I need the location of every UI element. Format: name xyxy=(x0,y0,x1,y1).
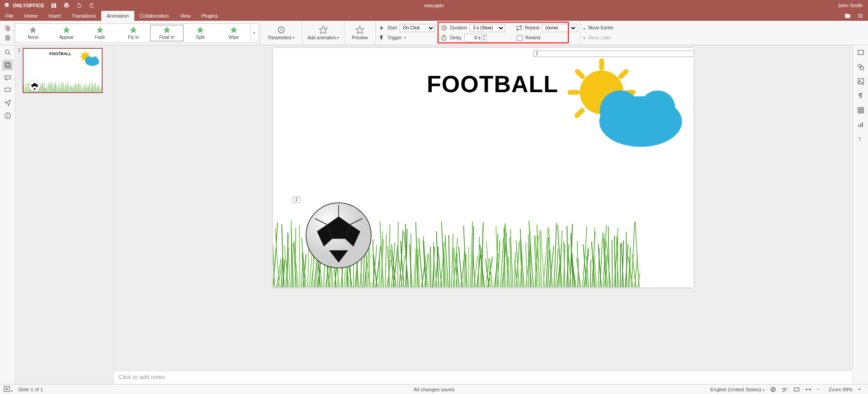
preview-button[interactable]: Preview xyxy=(347,25,373,40)
svg-rect-68 xyxy=(862,122,863,127)
svg-point-49 xyxy=(600,90,641,131)
sun-cloud-graphic[interactable] xyxy=(558,52,684,152)
spellcheck-icon[interactable]: ABC xyxy=(782,386,788,393)
move-earlier-button[interactable]: ▴ Move Earlier xyxy=(583,23,613,33)
ball-graphic[interactable] xyxy=(305,202,373,269)
rewind-row[interactable]: Rewind xyxy=(516,33,577,42)
rewind-checkbox[interactable] xyxy=(517,34,523,42)
play-slideshow-icon[interactable]: ▾ xyxy=(4,386,13,393)
parameters-button[interactable]: Parameters▾ xyxy=(263,25,299,40)
menu-insert[interactable]: Insert xyxy=(43,11,66,21)
notes-area[interactable]: Click to add notes xyxy=(114,371,853,384)
effect-flyin[interactable]: Fly in xyxy=(117,25,150,41)
undo-icon[interactable] xyxy=(76,2,82,9)
paste-icon[interactable] xyxy=(5,35,11,41)
trigger-row[interactable]: Trigger ▾ xyxy=(378,33,435,42)
chart-settings-icon[interactable] xyxy=(857,121,864,130)
svg-rect-67 xyxy=(860,123,861,127)
svg-rect-45 xyxy=(618,68,630,80)
zoom-in-icon[interactable]: + xyxy=(858,386,864,393)
menu-file[interactable]: File xyxy=(0,11,19,21)
redo-icon[interactable] xyxy=(89,2,95,9)
move-later-button[interactable]: ▾ Move Later xyxy=(583,33,613,42)
notes-placeholder: Click to add notes xyxy=(118,374,165,380)
menu-icon[interactable] xyxy=(857,13,863,19)
add-animation-icon: + xyxy=(319,25,328,34)
image-settings-icon[interactable] xyxy=(857,78,864,87)
search-icon[interactable] xyxy=(4,49,11,56)
open-location-icon[interactable] xyxy=(844,13,851,19)
status-bar: ▾ Slide 1 of 1 All changes saved English… xyxy=(0,384,868,394)
language-select[interactable]: English (United States) ▾ xyxy=(710,387,764,392)
delay-input[interactable] xyxy=(464,34,481,42)
svg-text:ABC: ABC xyxy=(782,387,788,390)
effect-floatin[interactable]: Float In xyxy=(150,25,184,41)
copy-icon[interactable] xyxy=(5,25,11,31)
svg-marker-8 xyxy=(231,27,237,33)
paragraph-settings-icon[interactable] xyxy=(857,92,864,101)
svg-point-10 xyxy=(280,29,282,30)
svg-rect-61 xyxy=(858,108,863,113)
feedback-icon[interactable] xyxy=(4,99,11,107)
slide-canvas[interactable]: FOOTBALL 2 xyxy=(273,48,693,287)
trigger-icon xyxy=(378,35,385,41)
fit-slide-icon[interactable] xyxy=(793,386,800,393)
menu-transitions[interactable]: Transitions xyxy=(66,11,101,21)
fit-width-icon[interactable] xyxy=(805,386,811,393)
svg-rect-44 xyxy=(574,68,586,80)
effect-appear[interactable]: Appear xyxy=(50,25,83,41)
slide-settings-icon[interactable] xyxy=(857,49,864,58)
add-animation-button[interactable]: + Add animation▾ xyxy=(305,25,341,40)
slides-icon[interactable] xyxy=(4,61,11,69)
start-row: Start On Click xyxy=(378,23,435,33)
delay-label: Delay xyxy=(450,35,462,40)
effect-split[interactable]: Split xyxy=(184,25,217,41)
globe-icon[interactable] xyxy=(770,386,776,393)
repeat-row: Repeat (none) xyxy=(516,23,577,33)
preview-label: Preview xyxy=(352,35,368,40)
repeat-select[interactable]: (none) xyxy=(542,24,577,32)
svg-point-16 xyxy=(5,50,9,54)
logo-icon xyxy=(4,2,10,9)
print-icon[interactable] xyxy=(63,2,70,9)
menu-animation[interactable]: Animation xyxy=(101,11,134,21)
chat-icon[interactable] xyxy=(4,87,11,94)
save-icon[interactable] xyxy=(51,2,57,9)
trigger-label: Trigger xyxy=(387,35,401,40)
menu-collaboration[interactable]: Collaboration xyxy=(134,11,175,21)
duration-label: Duration xyxy=(450,25,467,30)
effect-wipe[interactable]: Wipe xyxy=(217,25,250,41)
svg-marker-2 xyxy=(30,27,37,33)
effect-label: Wipe xyxy=(229,35,239,40)
svg-rect-29 xyxy=(80,52,83,55)
svg-marker-7 xyxy=(197,27,204,33)
user-name[interactable]: John Smith xyxy=(838,3,868,8)
delay-up[interactable]: ▲ xyxy=(482,34,486,38)
svg-marker-1 xyxy=(4,5,9,7)
svg-point-23 xyxy=(7,114,8,114)
anim-badge-1[interactable]: 1 xyxy=(293,197,300,203)
menu-plugins[interactable]: Plugins xyxy=(196,11,223,21)
left-rail xyxy=(0,45,15,384)
menu-view[interactable]: View xyxy=(175,11,196,21)
slide-thumbnail-1[interactable]: FOOTBALL xyxy=(23,48,103,93)
info-icon[interactable] xyxy=(4,112,11,119)
delay-icon xyxy=(441,35,447,41)
text-settings-icon[interactable]: T xyxy=(857,136,864,145)
title-bar: ONLYOFFICE new.pptx John Smith xyxy=(0,0,868,11)
parameters-label: Parameters xyxy=(268,35,292,40)
comments-icon[interactable] xyxy=(4,74,11,81)
zoom-out-icon[interactable]: − xyxy=(817,386,823,393)
menu-home[interactable]: Home xyxy=(19,11,43,21)
table-settings-icon[interactable] xyxy=(857,107,864,116)
menu-bar: File Home Insert Transitions Animation C… xyxy=(0,11,868,21)
duration-select[interactable]: 3 s (Slow) xyxy=(470,24,505,32)
shape-settings-icon[interactable] xyxy=(857,63,864,72)
gallery-expand-button[interactable]: ▾ xyxy=(250,25,258,41)
delay-down[interactable]: ▼ xyxy=(482,38,486,42)
effect-none[interactable]: None xyxy=(16,25,50,41)
start-select[interactable]: On Click xyxy=(400,24,435,32)
svg-marker-4 xyxy=(97,27,104,33)
effect-fade[interactable]: Fade xyxy=(83,25,117,41)
right-rail: T xyxy=(853,45,868,384)
